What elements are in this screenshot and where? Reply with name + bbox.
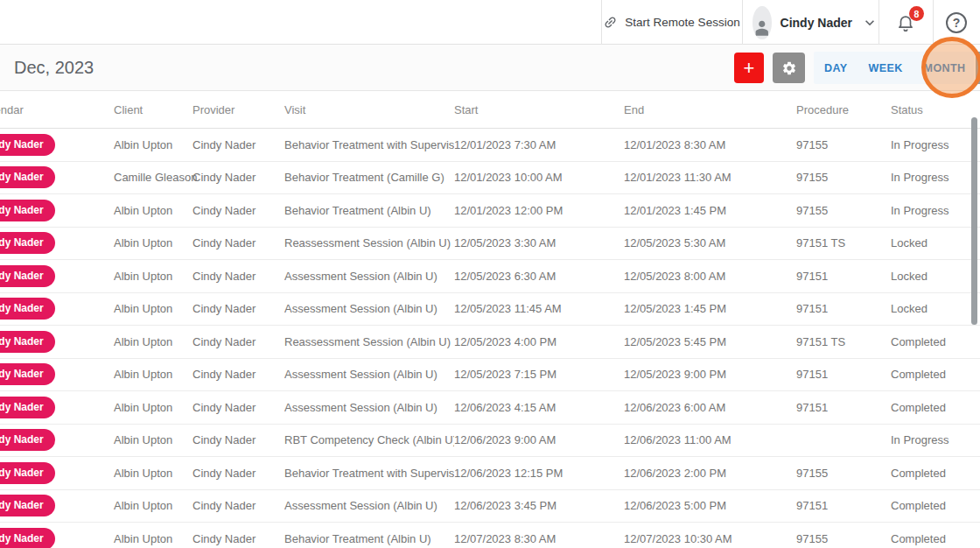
table-row[interactable]: Cindy Nader Albin Upton Cindy Nader Asse… <box>0 359 980 392</box>
visit-cell: Reassessment Session (Albin U) <box>284 236 454 249</box>
procedure-cell: 97155 <box>796 171 891 184</box>
client-cell: Albin Upton <box>114 467 192 480</box>
visit-cell: Behavior Treatment (Albin U) <box>284 204 454 217</box>
procedure-cell: 97151 <box>796 401 891 414</box>
end-cell: 12/01/2023 11:30 AM <box>624 171 796 184</box>
status-cell: In Progress <box>891 433 980 446</box>
column-header-procedure: Procedure <box>796 103 891 116</box>
calendar-badge: Cindy Nader <box>0 528 55 548</box>
table-row[interactable]: Cindy Nader Albin Upton Cindy Nader Beha… <box>0 129 980 162</box>
end-cell: 12/05/2023 1:45 PM <box>624 302 796 315</box>
visit-cell: Assessment Session (Albin U) <box>284 499 454 512</box>
add-visit-button[interactable]: + <box>734 53 764 83</box>
provider-cell: Cindy Nader <box>192 302 284 315</box>
help-button[interactable]: ? <box>933 0 980 45</box>
calendar-badge: Cindy Nader <box>0 232 55 254</box>
start-remote-session-button[interactable]: Start Remote Session <box>601 0 742 45</box>
start-cell: 12/07/2023 8:30 AM <box>454 532 624 545</box>
client-cell: Albin Upton <box>114 270 192 283</box>
status-cell: In Progress <box>891 204 980 217</box>
start-cell: 12/06/2023 4:15 AM <box>454 401 624 414</box>
column-header-visit: Visit <box>284 103 454 116</box>
table-row[interactable]: Cindy Nader Camille Gleason Cindy Nader … <box>0 162 980 195</box>
status-cell: Completed <box>891 335 980 348</box>
end-cell: 12/01/2023 1:45 PM <box>624 204 796 217</box>
client-cell: Camille Gleason <box>114 171 192 184</box>
provider-cell: Cindy Nader <box>192 270 284 283</box>
table-row[interactable]: Cindy Nader Albin Upton Cindy Nader Asse… <box>0 260 980 293</box>
end-cell: 12/07/2023 10:30 AM <box>624 532 796 545</box>
procedure-cell: 97155 <box>796 467 891 480</box>
view-switcher: DAYWEEKMONTHLIST <box>814 52 974 84</box>
link-icon <box>600 11 621 32</box>
start-cell: 12/01/2023 12:00 PM <box>454 204 624 217</box>
table-row[interactable]: Cindy Nader Albin Upton Cindy Nader Beha… <box>0 194 980 228</box>
status-cell: Completed <box>891 368 980 381</box>
client-cell: Albin Upton <box>114 499 192 512</box>
procedure-cell: 97151 TS <box>796 335 891 348</box>
settings-button[interactable] <box>773 53 805 83</box>
client-cell: Albin Upton <box>114 302 192 315</box>
column-header-client: Client <box>114 103 192 116</box>
visit-cell: RBT Competency Check (Albin U) <box>284 433 454 446</box>
visit-cell: Behavior Treatment with Supervision (Alb… <box>284 467 454 480</box>
table-row[interactable]: Cindy Nader Albin Upton Cindy Nader RBT … <box>0 425 980 458</box>
visit-cell: Behavior Treatment with Supervision (Alb… <box>284 138 454 151</box>
start-cell: 12/06/2023 12:15 PM <box>454 467 624 480</box>
view-month[interactable]: MONTH <box>914 52 976 84</box>
end-cell: 12/06/2023 2:00 PM <box>624 467 796 480</box>
table-scrollbar[interactable] <box>971 117 977 325</box>
gear-icon <box>781 60 797 76</box>
provider-cell: Cindy Nader <box>192 368 284 381</box>
end-cell: 12/06/2023 5:00 PM <box>624 499 796 512</box>
visit-cell: Assessment Session (Albin U) <box>284 270 454 283</box>
notifications-button[interactable]: 8 <box>878 0 933 45</box>
calendar-badge: Cindy Nader <box>0 298 55 320</box>
calendar-badge: Cindy Nader <box>0 462 55 484</box>
table-row[interactable]: Cindy Nader Albin Upton Cindy Nader Beha… <box>0 523 980 548</box>
start-cell: 12/05/2023 7:15 PM <box>454 368 624 381</box>
column-header-start: Start <box>454 103 624 116</box>
user-menu[interactable]: Cindy Nader <box>742 0 878 45</box>
visit-cell: Behavior Treatment (Camille G) <box>284 171 454 184</box>
calendar-badge: Cindy Nader <box>0 200 55 221</box>
provider-cell: Cindy Nader <box>192 467 284 480</box>
end-cell: 12/06/2023 11:00 AM <box>624 433 796 446</box>
client-cell: Albin Upton <box>114 532 192 545</box>
status-cell: Completed <box>891 499 980 512</box>
view-week[interactable]: WEEK <box>858 52 913 84</box>
column-header-provider: Provider <box>192 103 284 116</box>
visit-cell: Behavior Treatment (Albin U) <box>284 532 454 545</box>
calendar-badge: Cindy Nader <box>0 429 55 451</box>
table-row[interactable]: Cindy Nader Albin Upton Cindy Nader Reas… <box>0 228 980 261</box>
table-row[interactable]: Cindy Nader Albin Upton Cindy Nader Reas… <box>0 326 980 359</box>
start-cell: 12/06/2023 9:00 AM <box>454 433 624 446</box>
status-cell: In Progress <box>891 171 980 184</box>
provider-cell: Cindy Nader <box>192 335 284 348</box>
end-cell: 12/05/2023 8:00 AM <box>624 270 796 283</box>
procedure-cell: 97151 TS <box>796 236 891 249</box>
procedure-cell: 97151 <box>796 302 891 315</box>
start-cell: 12/05/2023 4:00 PM <box>454 335 624 348</box>
visit-cell: Assessment Session (Albin U) <box>284 302 454 315</box>
view-list[interactable]: LIST <box>976 52 980 84</box>
visit-cell: Assessment Session (Albin U) <box>284 368 454 381</box>
procedure-cell: 97151 <box>796 270 891 283</box>
provider-cell: Cindy Nader <box>192 532 284 545</box>
table-row[interactable]: Cindy Nader Albin Upton Cindy Nader Beha… <box>0 457 980 490</box>
provider-cell: Cindy Nader <box>192 236 284 249</box>
client-cell: Albin Upton <box>114 204 192 217</box>
status-cell: Completed <box>891 467 980 480</box>
table-row[interactable]: Cindy Nader Albin Upton Cindy Nader Asse… <box>0 490 980 523</box>
calendar-list-page: Start Remote Session Cindy Nader 8 ? De <box>0 0 980 548</box>
client-cell: Albin Upton <box>114 236 192 249</box>
procedure-cell: 97155 <box>796 204 891 217</box>
calendar-badge: Cindy Nader <box>0 166 55 188</box>
table-row[interactable]: Cindy Nader Albin Upton Cindy Nader Asse… <box>0 391 980 425</box>
procedure-cell: 97155 <box>796 138 891 151</box>
top-bar: Start Remote Session Cindy Nader 8 ? <box>0 0 980 45</box>
start-remote-session-label: Start Remote Session <box>625 16 739 29</box>
visit-cell: Assessment Session (Albin U) <box>284 401 454 414</box>
table-row[interactable]: Cindy Nader Albin Upton Cindy Nader Asse… <box>0 293 980 327</box>
view-day[interactable]: DAY <box>814 52 858 84</box>
